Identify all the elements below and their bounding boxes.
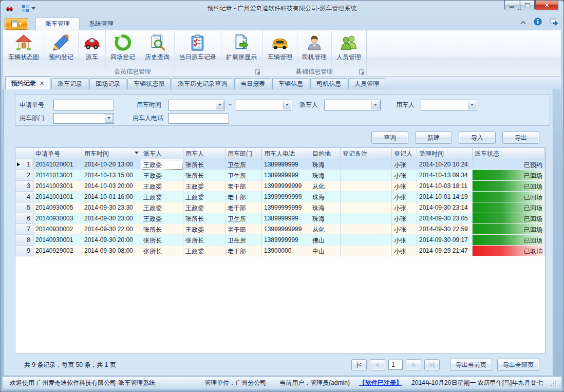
chevron-down-icon[interactable] (31, 7, 35, 12)
chevron-down-icon[interactable] (468, 101, 476, 109)
grid-cell[interactable]: 珠海 (310, 213, 341, 224)
grid-cell[interactable]: 老干部 (225, 202, 262, 213)
grid-cell[interactable]: 佛山 (310, 235, 341, 246)
grid-cell[interactable] (341, 235, 392, 246)
table-row[interactable]: 1201410200012014-10-20 13:00王政委张所长卫生所138… (15, 159, 545, 170)
grid-cell[interactable]: 王政委 (141, 202, 183, 213)
status-badge[interactable]: 已取消 (473, 246, 545, 256)
grid-cell[interactable]: 老干部 (225, 246, 262, 256)
grid-column-header[interactable]: 申请单号 (33, 148, 82, 159)
grid-cell[interactable]: 王政委 (141, 159, 183, 170)
close-button[interactable]: × (535, 1, 558, 10)
grid-cell[interactable] (341, 159, 392, 170)
grid-cell[interactable]: 20140930003 (33, 213, 82, 224)
grid-cell[interactable]: 2014-09-30 22:00 (82, 224, 141, 235)
table-row[interactable]: 4201410010012014-10-01 16:00王政委王政委老干部139… (15, 192, 545, 202)
grid-cell[interactable]: 1389999999 (262, 213, 310, 224)
chevron-down-icon[interactable] (371, 101, 380, 109)
grid-cell[interactable]: 从化 (310, 181, 341, 192)
next-page-button[interactable]: > (406, 359, 421, 370)
use-time-from-combo[interactable] (168, 100, 225, 110)
grid-cell[interactable]: 小张 (392, 224, 417, 235)
ribbon-button-recycle[interactable]: 回场登记 (106, 31, 140, 67)
grid-cell[interactable]: 2014-10-20 10:24 (417, 159, 473, 170)
export-all-pages-button[interactable]: 导出全部页 (497, 359, 539, 371)
dispatcher-combo[interactable] (324, 100, 381, 110)
grid-cell[interactable]: 20141003001 (33, 181, 82, 192)
grid-cell[interactable]: 老干部 (225, 224, 262, 235)
grid-cell[interactable]: 20141001001 (33, 192, 82, 202)
grid-cell[interactable]: 2014-10-03 20:00 (82, 181, 141, 192)
grid-cell[interactable]: 1389999999 (262, 235, 310, 246)
row-indicator[interactable]: 4 (15, 192, 33, 202)
grid-cell[interactable]: 中山 (310, 246, 341, 256)
grid-cell[interactable]: 张所长 (183, 159, 225, 170)
grid-cell[interactable]: 老干部 (225, 181, 262, 192)
ribbon-tab-inactive[interactable]: 系统管理 (80, 17, 123, 30)
previous-page-button[interactable]: < (370, 359, 385, 370)
row-indicator[interactable]: 1 (15, 159, 33, 170)
grid-cell[interactable]: 王政委 (183, 246, 225, 256)
status-badge[interactable]: 已回场 (473, 213, 545, 224)
grid-cell[interactable]: 小张 (392, 235, 417, 246)
grid-cell[interactable]: 小张 (392, 246, 417, 256)
status-badge[interactable]: 已回场 (473, 170, 545, 181)
ribbon-button-people[interactable]: 人员管理 (332, 31, 366, 67)
grid-cell[interactable]: 2014-10-01 14:19 (417, 192, 473, 202)
phone-input[interactable] (168, 113, 229, 124)
grid-cell[interactable]: 张所长 (141, 224, 183, 235)
status-badge[interactable]: 已预约 (473, 159, 545, 170)
collapse-ribbon-icon[interactable] (520, 18, 527, 27)
status-badge[interactable]: 已回场 (473, 202, 545, 213)
table-row[interactable]: 5201409300052014-09-30 23:30王政委王政委老干部139… (15, 202, 545, 213)
title-bar[interactable]: 预约记录 - 广州爱奇迪软件科技有限公司-派车管理系统 × (1, 1, 563, 16)
chevron-down-icon[interactable] (105, 114, 113, 123)
doc-tab[interactable]: 回场记录 (89, 78, 126, 89)
grid-cell[interactable]: 卫生所 (225, 159, 262, 170)
grid-cell[interactable]: 2014-09-30 20:00 (82, 235, 141, 246)
last-page-button[interactable]: >| (424, 359, 440, 370)
ribbon-button-history-search[interactable]: 历史查询 (140, 31, 175, 67)
grid-cell[interactable]: 小张 (392, 192, 417, 202)
grid-cell[interactable]: 王政委 (183, 192, 225, 202)
grid-cell[interactable]: 珠海 (310, 170, 341, 181)
grid-cell[interactable]: 王政委 (183, 224, 225, 235)
grid-indicator-header[interactable] (15, 148, 33, 159)
grid-cell[interactable]: 2014-10-13 15:00 (82, 170, 141, 181)
table-row[interactable]: 6201409300032014-09-30 23:00王政委张所长卫生所138… (15, 213, 545, 224)
grid-cell[interactable]: 2014-09-29 21:47 (417, 246, 473, 256)
grid-cell[interactable]: 1389999999 (262, 170, 310, 181)
grid-cell[interactable]: 20140929002 (33, 246, 82, 256)
grid-cell[interactable]: 王政委 (141, 192, 183, 202)
passenger-combo[interactable] (421, 100, 477, 110)
grid-cell[interactable]: 13999999999 (262, 192, 310, 202)
grid-cell[interactable]: 2014-09-30 22:59 (417, 224, 473, 235)
grid-cell[interactable]: 张所长 (183, 235, 225, 246)
grid-cell[interactable] (341, 170, 392, 181)
search-button[interactable]: 查询 (371, 132, 408, 144)
grid-cell[interactable]: 13999999999 (262, 202, 310, 213)
grid-cell[interactable] (341, 202, 392, 213)
ribbon-button-clipboard-check[interactable]: 当日派车记录 (175, 31, 221, 67)
chevron-down-icon[interactable] (283, 101, 291, 109)
grid-cell[interactable]: 2014-09-30 08:00 (82, 246, 141, 256)
grid-cell[interactable]: 20140930005 (33, 202, 82, 213)
grid-cell[interactable]: 卫生所 (225, 235, 262, 246)
grid-cell[interactable]: 张所长 (141, 235, 183, 246)
grid-cell[interactable]: 小张 (392, 202, 417, 213)
grid-cell[interactable]: 2014-09-30 09:17 (417, 235, 473, 246)
grid-column-header[interactable]: 用车人电话 (262, 148, 310, 159)
row-indicator[interactable]: 8 (15, 235, 33, 246)
doc-tab[interactable]: 预约记录✕ (5, 77, 50, 89)
grid-cell[interactable]: 小张 (392, 181, 417, 192)
row-indicator[interactable]: 7 (15, 224, 33, 235)
ribbon-button-pencil[interactable]: 预约登记 (44, 31, 79, 67)
grid-cell[interactable]: 王政委 (141, 213, 183, 224)
grid-cell[interactable]: 珠海 (310, 159, 341, 170)
grid-cell[interactable]: 20140930001 (33, 235, 82, 246)
dialog-launcher-icon[interactable] (255, 69, 260, 74)
grid-cell[interactable]: 2014-10-01 16:00 (82, 192, 141, 202)
grid-cell[interactable]: 张所长 (183, 170, 225, 181)
maximize-button[interactable] (520, 1, 535, 10)
table-row[interactable]: 8201409300012014-09-30 20:00张所长张所长卫生所138… (15, 235, 545, 246)
